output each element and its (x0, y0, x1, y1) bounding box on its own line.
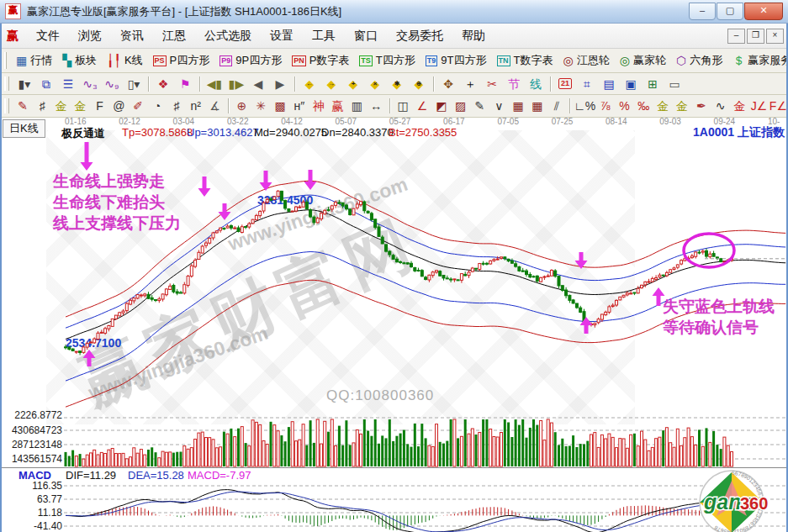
child-restore-button[interactable]: ❐ (747, 29, 764, 44)
line-tool-icon[interactable]: 线 (526, 75, 546, 93)
circle-cross-icon[interactable]: ⊕ (233, 97, 251, 115)
save-icon[interactable]: ▣ (621, 75, 641, 93)
toolbar-item-hexagon[interactable]: ⬡六角形 (676, 53, 722, 68)
cut-icon[interactable]: ✂ (482, 75, 502, 93)
pan-hand-icon[interactable]: ✥ (438, 75, 458, 93)
star-rays-icon[interactable]: ✳ (252, 97, 270, 115)
toolbar-item-sectors[interactable]: ▚板块 (62, 53, 97, 68)
child-close-button[interactable]: × (766, 29, 784, 44)
print-icon[interactable]: ▭ (664, 75, 685, 93)
export-image-icon[interactable]: ⊞ (643, 75, 663, 93)
menu-item-2[interactable]: 资讯 (111, 26, 153, 46)
gann-star-icon[interactable]: ◆✱ (387, 75, 407, 93)
child-minimize-button[interactable]: – (727, 29, 745, 44)
width-measure-icon[interactable]: ↔ (368, 97, 385, 115)
menu-item-1[interactable]: 浏览 (69, 26, 111, 46)
toolbar-item-p-square[interactable]: PSP四方形 (153, 53, 210, 68)
toolbar-item-gann-wheel[interactable]: ◎江恩轮 (563, 53, 609, 68)
view-mode-icon[interactable]: ❖ (153, 75, 173, 93)
gann-x-icon[interactable]: ◆× (365, 75, 385, 93)
gold-grid2-icon[interactable]: 金 (71, 97, 89, 115)
shade-box-icon[interactable]: ▨ (452, 97, 469, 115)
angle-ruler-icon[interactable]: ∡ (206, 97, 224, 115)
ying-win-icon[interactable]: 赢 (329, 97, 346, 115)
last-page-icon[interactable]: ▮▶ (226, 75, 246, 93)
box-frame-icon[interactable]: ◫ (394, 97, 412, 115)
trend-pen-icon[interactable]: ✎ (471, 97, 489, 115)
toolbar-grip[interactable] (4, 76, 9, 92)
permille-icon[interactable]: ‰ (635, 97, 653, 115)
toolbar-item-t-table[interactable]: TNT数字表 (497, 53, 553, 68)
toolbar-grip[interactable] (4, 98, 9, 113)
minimize-button[interactable]: – (689, 3, 716, 20)
stat-percent-icon[interactable]: ∟% (574, 97, 595, 115)
wave-3-icon[interactable]: ∿₃ (80, 75, 100, 93)
toolbar-grip[interactable] (4, 52, 7, 69)
prev-bar-icon[interactable]: ◀ (248, 75, 268, 93)
dense-grid2-icon[interactable]: ▦ (529, 97, 547, 115)
toolbar-item-winner-service[interactable]: ＄赢家服务 (732, 53, 788, 68)
kline-chart-canvas[interactable]: 3281.45002534.7100 (0, 118, 788, 532)
menu-item-6[interactable]: 工具 (303, 26, 345, 46)
single-candle-dropdown[interactable]: ▯▾ (124, 75, 144, 93)
gann-cross-icon[interactable]: ◆+ (343, 75, 363, 93)
menu-item-5[interactable]: 设置 (261, 26, 303, 46)
toolbar-item-quotes[interactable]: ▦行情 (16, 53, 52, 68)
maximize-button[interactable]: ▢ (717, 3, 743, 20)
dense-grid-icon[interactable]: ▦ (510, 97, 527, 115)
grid-fence-icon[interactable]: ♯ (33, 97, 50, 115)
gann-target-icon[interactable]: ◆⊕ (409, 75, 429, 93)
menu-item-0[interactable]: 文件 (27, 26, 69, 46)
toolbar-item-t-square[interactable]: TST四方形 (359, 53, 415, 68)
toolbar-item-p-table[interactable]: PNP数字表 (292, 53, 349, 68)
f-grid-icon[interactable]: F (91, 97, 108, 115)
f-angle-icon[interactable]: F∠ (769, 97, 787, 115)
range-percent-icon[interactable]: ⅞ (596, 97, 614, 115)
toolbar-item-9p-square[interactable]: P99P四方形 (219, 53, 282, 68)
wave-9-icon[interactable]: ∿₉ (102, 75, 122, 93)
menu-item-3[interactable]: 江恩 (153, 26, 195, 46)
toolbar-item-winner-wheel[interactable]: ◎赢家轮 (620, 53, 666, 68)
ruler-123-icon[interactable]: ▥ (348, 97, 366, 115)
gold-section-icon[interactable]: 金 (654, 97, 672, 115)
close-button[interactable]: ✕ (744, 3, 783, 20)
j-angle-icon[interactable]: J∠ (750, 97, 768, 115)
zoom-compress-icon[interactable]: ⧉ (36, 75, 56, 93)
zigzag-icon[interactable]: ∨ (490, 97, 508, 115)
brush-tool-icon[interactable]: ✎ (14, 97, 32, 115)
grid-target-icon[interactable]: ▩ (272, 97, 289, 115)
fence2-icon[interactable]: ♯ (167, 97, 185, 115)
gold-grid-icon[interactable]: 金 (52, 97, 70, 115)
spiral-icon[interactable]: @ (110, 97, 128, 115)
menu-item-9[interactable]: 帮助 (452, 26, 494, 46)
fan-box-icon[interactable]: ◩ (432, 97, 450, 115)
menu-item-8[interactable]: 交易委托 (387, 26, 452, 46)
kline-period-dropdown[interactable]: ▮▾ (14, 75, 34, 93)
menu-item-4[interactable]: 公式选股 (195, 26, 261, 46)
wave-band-icon[interactable]: ∿ (711, 97, 729, 115)
segment-tool-icon[interactable]: 节 (504, 75, 524, 93)
next-bar-icon[interactable]: ▶ (270, 75, 290, 93)
notebook-icon[interactable]: ▤ (599, 75, 619, 93)
toolbar-item-9t-square[interactable]: T99T四方形 (426, 53, 487, 68)
flag-mark-icon[interactable]: ⚑ (175, 75, 195, 93)
parallel-lines-icon[interactable]: ⫽ (547, 97, 565, 115)
quote-list-icon[interactable]: ☰ (58, 75, 78, 93)
first-page-icon[interactable]: ◀▮ (204, 75, 225, 93)
gold-red-icon[interactable]: 金 (731, 97, 748, 115)
marker-pen-icon[interactable]: ✐ (130, 97, 147, 115)
toolbar-item-kline[interactable]: ╽╿K线 (107, 53, 143, 68)
percent-icon[interactable]: % (616, 97, 633, 115)
gann-shift-left-icon[interactable]: ◆← (299, 75, 320, 93)
gann-shift-right-icon[interactable]: ◆→ (321, 75, 341, 93)
time-cycle-icon[interactable]: ◔ (149, 97, 167, 115)
shen-magic-icon[interactable]: 神 (309, 97, 327, 115)
h-wave-icon[interactable]: ʜ″ (290, 97, 308, 115)
menu-item-7[interactable]: 窗口 (345, 26, 387, 46)
n-square-icon[interactable]: n² (187, 97, 204, 115)
gann-fan-icon[interactable]: ∠ (413, 97, 431, 115)
gold-lines-icon[interactable]: 金 (674, 97, 691, 115)
calendar-21-icon[interactable]: 21 (555, 75, 575, 93)
crosshair-icon[interactable]: ＋ (460, 75, 480, 93)
calculator-icon[interactable]: ⌗ (577, 75, 597, 93)
